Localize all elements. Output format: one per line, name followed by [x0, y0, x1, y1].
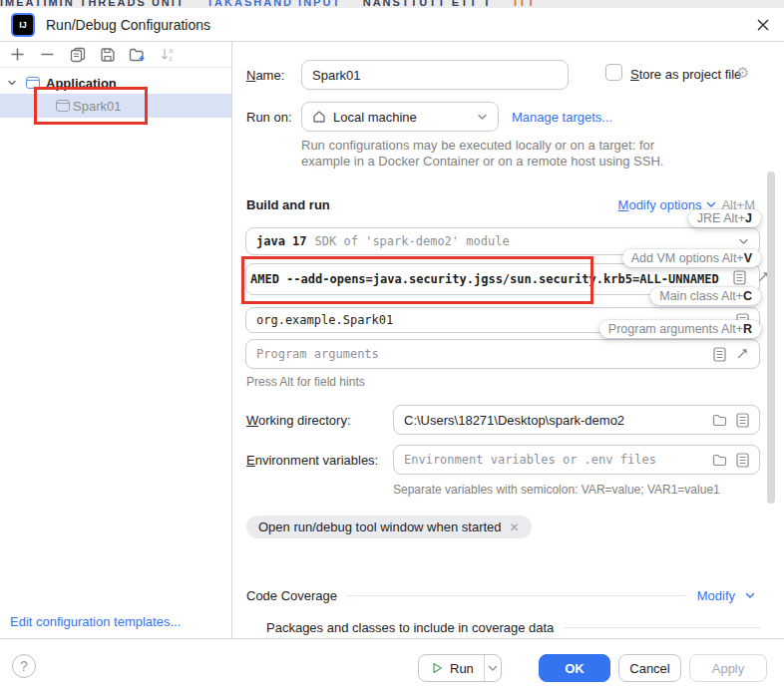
environment-variables-hint: Separate variables with semicolon: VAR=v… — [393, 483, 720, 497]
svg-text:z: z — [169, 55, 172, 62]
vm-options-hint-pill: Add VM options Alt+V — [622, 249, 761, 267]
edit-configuration-templates-link[interactable]: Edit configuration templates... — [10, 614, 181, 629]
working-directory-label: Working directory: — [246, 413, 351, 428]
gear-icon[interactable]: ⚙ — [736, 64, 749, 82]
ok-button[interactable]: OK — [539, 654, 610, 682]
dialog-footer: ? Run OK Cancel Apply — [0, 638, 784, 691]
code-coverage-section: Code Coverage Modify — [246, 588, 755, 603]
chevron-down-icon — [745, 592, 755, 599]
main-class-hint-pill: Main class Alt+C — [650, 287, 761, 305]
folder-icon[interactable] — [712, 414, 727, 427]
modify-options-link[interactable]: Modify options — [618, 197, 702, 212]
list-icon[interactable] — [736, 453, 749, 468]
sidebar-toolbar: az — [0, 42, 231, 68]
configurations-tree: Application Spark01 — [0, 68, 231, 118]
environment-variables-label: Environment variables: — [246, 453, 378, 468]
list-icon[interactable] — [733, 270, 746, 285]
code-coverage-title: Code Coverage — [246, 588, 337, 603]
name-label: Name: — [246, 68, 284, 83]
store-as-project-file-checkbox[interactable] — [605, 64, 622, 81]
working-directory-field[interactable]: C:\Users\18271\Desktop\spark-demo2 — [393, 405, 760, 435]
divider — [564, 627, 760, 628]
chevron-down-icon[interactable] — [6, 77, 18, 89]
background-text: NANSTTUTT ETT T — [363, 0, 493, 8]
remove-configuration-icon[interactable] — [39, 46, 56, 63]
sort-configurations-icon[interactable]: az — [159, 46, 176, 63]
new-folder-icon[interactable] — [129, 46, 146, 63]
tree-group-label: Application — [46, 76, 117, 91]
build-and-run-title: Build and run — [246, 197, 330, 212]
chevron-down-icon — [488, 665, 498, 672]
coverage-packages-label: Packages and classes to include in cover… — [266, 620, 554, 635]
tree-item-label: Spark01 — [73, 99, 121, 114]
tag-label: Open run/debug tool window when started — [258, 519, 502, 534]
cancel-button[interactable]: Cancel — [618, 654, 681, 682]
jre-hint: SDK of 'spark-demo2' module — [315, 234, 510, 248]
copy-configuration-icon[interactable] — [69, 46, 86, 63]
background-text: ITT — [514, 0, 537, 8]
run-on-label: Run on: — [246, 110, 292, 125]
vm-options-value: AMED --add-opens=java.security.jgss/sun.… — [250, 272, 719, 286]
add-configuration-icon[interactable] — [9, 46, 26, 63]
run-options-chevron[interactable] — [484, 655, 501, 681]
configurations-sidebar: az Application Spark01 Edit configuratio… — [0, 42, 232, 638]
help-button[interactable]: ? — [12, 654, 36, 678]
chevron-down-icon — [706, 201, 716, 208]
tree-item-spark01[interactable]: Spark01 — [0, 94, 231, 118]
run-configuration-icon — [56, 100, 70, 112]
list-icon[interactable] — [713, 347, 726, 362]
code-coverage-modify-link[interactable]: Modify — [697, 588, 735, 603]
configuration-form: Name: Store as project file ⚙ Run on: Lo… — [233, 42, 784, 638]
program-arguments-hint-pill: Program arguments Alt+R — [599, 320, 761, 338]
run-on-select[interactable]: Local machine — [301, 102, 499, 132]
expand-icon[interactable] — [735, 347, 749, 361]
name-input[interactable] — [301, 60, 569, 90]
environment-variables-field[interactable]: Environment variables or .env files — [393, 445, 760, 475]
chevron-down-icon — [738, 237, 749, 245]
background-text: IMEATIMIN THREADS UNIT — [0, 0, 186, 8]
run-split-button[interactable]: Run — [418, 654, 502, 682]
program-arguments-placeholder: Program arguments — [256, 347, 379, 361]
application-type-icon — [26, 77, 40, 89]
background-window-strip: IMEATIMIN THREADS UNIT TAKASHAND INPUT N… — [0, 0, 784, 8]
list-icon[interactable] — [736, 413, 749, 428]
run-button-label: Run — [450, 661, 474, 676]
remove-tag-icon[interactable]: ✕ — [510, 520, 520, 534]
dialog-title: Run/Debug Configurations — [46, 17, 210, 33]
run-on-help-text: Run configurations may be executed local… — [301, 138, 663, 170]
program-arguments-field[interactable]: Program arguments — [245, 339, 760, 369]
press-alt-hint: Press Alt for field hints — [246, 375, 365, 389]
run-on-value: Local machine — [333, 110, 417, 125]
divider — [347, 595, 687, 596]
open-tool-window-tag[interactable]: Open run/debug tool window when started … — [246, 516, 532, 538]
jre-hint-pill: JRE Alt+J — [688, 209, 761, 227]
run-button[interactable]: Run — [419, 655, 484, 681]
working-directory-value: C:\Users\18271\Desktop\spark-demo2 — [404, 413, 624, 428]
play-icon — [431, 661, 444, 675]
store-as-project-file-label: Store as project file — [630, 67, 741, 82]
close-icon[interactable] — [754, 16, 772, 34]
run-debug-configurations-dialog: IMEATIMIN THREADS UNIT TAKASHAND INPUT N… — [0, 0, 784, 691]
scrollbar-thumb[interactable] — [767, 172, 775, 504]
folder-icon[interactable] — [712, 454, 727, 467]
save-configuration-icon[interactable] — [99, 46, 116, 63]
background-text: TAKASHAND INPUT — [206, 0, 341, 8]
home-icon — [312, 110, 326, 124]
apply-button[interactable]: Apply — [689, 654, 767, 682]
jre-value: java 17 — [256, 234, 307, 248]
coverage-packages-row: Packages and classes to include in cover… — [266, 620, 760, 635]
main-class-value: org.example.Spark01 — [256, 313, 393, 327]
intellij-logo-icon: IJ — [12, 14, 34, 36]
vm-options-icons — [733, 270, 746, 285]
chevron-down-icon — [477, 113, 488, 121]
manage-targets-link[interactable]: Manage targets... — [512, 110, 612, 125]
tree-group-application[interactable]: Application — [0, 72, 231, 94]
dialog-titlebar: IJ Run/Debug Configurations — [0, 8, 784, 42]
environment-variables-placeholder: Environment variables or .env files — [404, 453, 656, 467]
svg-text:a: a — [169, 47, 173, 54]
